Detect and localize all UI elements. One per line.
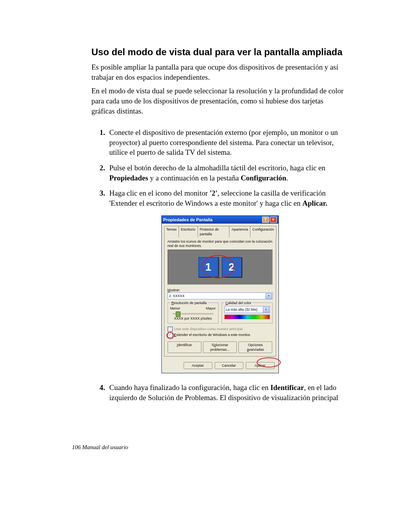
step-2-d: Configuración xyxy=(241,174,286,182)
primary-monitor-checkbox[interactable]: Usar este dispositivo como monitor princ… xyxy=(168,327,273,332)
step-3-d: Aplicar. xyxy=(302,199,327,207)
annotation-circle-extend xyxy=(166,332,174,339)
display-dropdown-value: 2. XXXXX xyxy=(169,294,185,298)
color-dropdown[interactable]: La más alta (32 bits) ▾ xyxy=(224,306,270,313)
step-2-a: Pulse el botón derecho de la almohadilla… xyxy=(109,164,326,172)
color-dropdown-value: La más alta (32 bits) xyxy=(226,307,258,312)
slider-thumb[interactable] xyxy=(176,311,180,317)
step-4-b: Identificar xyxy=(270,383,304,392)
chevron-down-icon[interactable]: ▾ xyxy=(266,293,272,299)
mostrar-label: Mostrar: xyxy=(168,288,273,292)
step-1: Conecte el dispositivo de presentación e… xyxy=(107,128,346,157)
resolution-slider[interactable] xyxy=(173,313,214,315)
drag-hint: Arrastre los iconos de monitor para que … xyxy=(168,240,273,248)
step-2: Pulse el botón derecho de la almohadilla… xyxy=(107,163,346,183)
step-2-c: y a continuación en la pestaña xyxy=(148,174,241,182)
chevron-down-icon[interactable]: ▾ xyxy=(263,307,269,313)
color-legend: Calidad del color xyxy=(224,301,253,305)
dialog-tabs: Temas Escritorio Protector de pantalla A… xyxy=(162,224,278,237)
apply-button[interactable]: Aplicar xyxy=(246,362,275,369)
resolution-legend: Resolución de pantalla xyxy=(170,301,208,305)
color-spectrum xyxy=(224,315,270,319)
tab-apariencia[interactable]: Apariencia xyxy=(229,226,250,237)
dialog-titlebar: Propiedades de Pantalla ? × xyxy=(162,216,278,224)
tab-escritorio[interactable]: Escritorio xyxy=(178,226,198,237)
res-menor: Menor xyxy=(170,306,180,311)
tab-protector[interactable]: Protector de pantalla xyxy=(198,226,230,237)
tab-temas[interactable]: Temas xyxy=(164,226,179,237)
annotation-circle-monitor2 xyxy=(201,255,234,278)
steps-list: Conecte el dispositivo de presentación e… xyxy=(91,128,346,402)
dialog-title: Propiedades de Pantalla xyxy=(163,216,213,224)
intro-para-1: Es posible ampliar la pantalla para que … xyxy=(91,62,346,82)
extend-desktop-checkbox[interactable]: ✓Extender el escritorio de Windows a est… xyxy=(168,332,273,338)
close-button[interactable]: × xyxy=(270,217,277,223)
display-properties-dialog: Propiedades de Pantalla ? × Temas Escrit… xyxy=(161,215,279,374)
res-mayor: Mayor xyxy=(206,306,215,311)
tab-body: Arrastre los iconos de monitor para que … xyxy=(164,237,276,357)
intro-para-2: En el modo de vista dual se puede selecc… xyxy=(91,86,346,116)
step-3-b: '2' xyxy=(210,189,217,197)
section-heading: Uso del modo de vista dual para ver la p… xyxy=(91,47,346,58)
checkbox-icon xyxy=(168,327,173,332)
advanced-button[interactable]: Opciones avanzadas xyxy=(238,341,272,353)
identify-button[interactable]: Identificar xyxy=(168,341,201,353)
step-3-a: Haga clic en el icono del monitor xyxy=(109,189,210,197)
tab-configuracion[interactable]: Configuración xyxy=(250,226,276,237)
resolution-group: Resolución de pantalla Menor Mayor XXXX … xyxy=(168,303,219,324)
display-dropdown[interactable]: 2. XXXXX ▾ xyxy=(168,292,273,299)
step-2-e: . xyxy=(286,174,288,182)
step-2-b: Propiedades xyxy=(109,174,148,182)
step-4: Cuando haya finalizado la configuración,… xyxy=(107,383,346,402)
color-group: Calidad del color La más alta (32 bits) … xyxy=(222,303,273,324)
page-footer: 106 Manual del usuario xyxy=(72,444,128,451)
step-4-a: Cuando haya finalizado la configuración,… xyxy=(109,383,270,392)
monitor-arrangement[interactable]: 1 2 xyxy=(168,250,273,285)
step-3: Haga clic en el icono del monitor '2', s… xyxy=(107,188,346,373)
cancel-button[interactable]: Cancelar xyxy=(215,362,243,369)
troubleshoot-button[interactable]: Solucionar problemas... xyxy=(203,341,237,353)
ok-button[interactable]: Aceptar xyxy=(184,362,212,369)
checkboxes: Usar este dispositivo como monitor princ… xyxy=(168,327,273,338)
help-button[interactable]: ? xyxy=(262,217,269,223)
